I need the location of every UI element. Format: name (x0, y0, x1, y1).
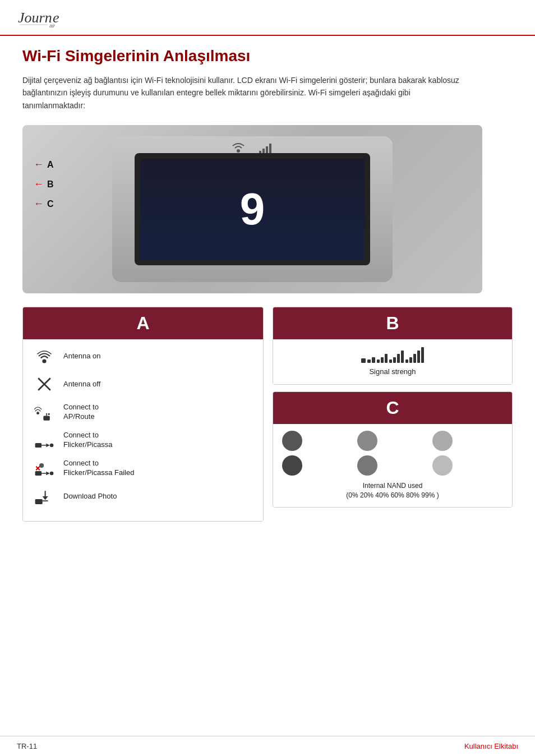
nand-label: Internal NAND used (363, 482, 423, 490)
device-screen: 9 (135, 153, 370, 265)
bar-5-2 (409, 357, 412, 363)
signal-group-4 (389, 351, 404, 363)
bar-3-1 (377, 359, 380, 363)
antenna-on-row: Antenna on (32, 346, 254, 366)
logo: Journ e air (17, 6, 62, 30)
circle-5 (357, 455, 377, 476)
arrow-a: ← (34, 159, 44, 170)
panel-b: B (273, 307, 513, 385)
panel-c-header: C (273, 392, 512, 424)
signal-label: Signal strengh (369, 367, 416, 377)
arrow-c: ← (34, 198, 44, 210)
panel-c: C Internal NAND used (0% 20% 40% 60% 80%… (273, 391, 513, 508)
panel-a: A Antenna on (22, 307, 264, 522)
antenna-off-icon-cell (32, 374, 57, 394)
circle-6 (432, 455, 453, 476)
svg-marker-22 (46, 472, 50, 476)
footer-page-num: TR-11 (17, 742, 37, 750)
svg-point-9 (42, 359, 46, 363)
logo-text: Journ e air (17, 17, 62, 31)
bar-4-3 (397, 354, 400, 363)
nand-sub: (0% 20% 40% 60% 80% 99% ) (346, 491, 439, 499)
svg-text:air: air (49, 23, 56, 28)
page-title: Wi-Fi Simgelerinin Anlaşılması (22, 47, 513, 65)
connect-flickr-icon-cell (32, 430, 57, 450)
label-c: ← C (34, 198, 54, 210)
arrow-b: ← (34, 178, 44, 190)
connect-flickr-icon (34, 430, 54, 450)
label-b: ← B (34, 178, 54, 190)
svg-rect-20 (35, 471, 41, 476)
signal-group-2 (367, 357, 375, 363)
bar-5-5 (421, 347, 424, 363)
signal-top-icon (258, 141, 275, 154)
panel-a-body: Antenna on Antenna off (23, 339, 263, 521)
connect-flickr-fail-icon (34, 458, 54, 478)
svg-point-23 (50, 472, 54, 476)
connect-flickr-fail-icon-cell (32, 458, 57, 478)
circle-2 (357, 431, 377, 451)
page-header: Journ e air (0, 0, 535, 36)
download-photo-icon (34, 486, 54, 506)
svg-point-19 (50, 444, 54, 448)
svg-point-15 (48, 413, 50, 415)
svg-marker-18 (46, 444, 50, 448)
footer-manual-label: Kullanıcı Elkitabı (464, 742, 518, 750)
bar-5-3 (413, 354, 416, 363)
bar-3-3 (385, 354, 388, 363)
device-image: ← A ← B ← C (22, 125, 482, 293)
connect-ap-icon (34, 402, 54, 422)
bar-2-2 (372, 357, 375, 363)
screen-digit: 9 (240, 183, 265, 235)
svg-rect-13 (43, 416, 49, 421)
main-content: Wi-Fi Simgelerinin Anlaşılması Dijital ç… (0, 36, 535, 544)
page-footer: TR-11 Kullanıcı Elkitabı (0, 736, 535, 756)
top-icons (230, 141, 275, 154)
page-description: Dijital çerçeveniz ağ bağlantısı için Wi… (22, 74, 471, 112)
connect-flickr-fail-row: Connect toFlicker/Picassa Failed (32, 458, 254, 478)
connect-ap-label: Connect toAP/Route (63, 403, 99, 422)
panel-b-body: Signal strengh (273, 339, 512, 384)
download-photo-row: Download Photo (32, 486, 254, 506)
svg-rect-7 (266, 146, 268, 153)
panel-c-body: Internal NAND used (0% 20% 40% 60% 80% 9… (273, 424, 512, 507)
antenna-on-label: Antenna on (63, 352, 101, 361)
panel-b-header: B (273, 307, 512, 339)
bar-5-4 (417, 351, 420, 363)
connect-flickr-row: Connect toFlicker/Picassa (32, 430, 254, 450)
download-photo-icon-cell (32, 486, 57, 506)
svg-rect-6 (262, 149, 265, 153)
signal-group-3 (377, 354, 388, 363)
panel-a-header: A (23, 307, 263, 339)
svg-rect-8 (269, 144, 271, 153)
signal-group-5 (405, 347, 424, 363)
download-photo-label: Download Photo (63, 492, 117, 501)
screen-inner: 9 (140, 159, 365, 260)
signal-bars (361, 347, 424, 363)
abc-labels: ← A ← B ← C (34, 159, 54, 210)
bar-4-1 (389, 359, 392, 363)
antenna-off-label: Antenna off (63, 380, 100, 389)
connect-ap-icon-cell (32, 402, 57, 422)
antenna-off-row: Antenna off (32, 374, 254, 394)
bar-3-2 (381, 357, 384, 363)
svg-rect-16 (35, 443, 41, 448)
bar-4-2 (393, 357, 396, 363)
svg-rect-27 (35, 499, 43, 504)
device-mockup: 9 (112, 136, 393, 282)
svg-point-26 (39, 463, 44, 468)
svg-text:Journ: Journ (18, 10, 52, 26)
panels-row: A Antenna on (22, 307, 513, 522)
bar-5-1 (405, 359, 408, 363)
circle-3 (432, 431, 453, 451)
nand-text: Internal NAND used (0% 20% 40% 60% 80% 9… (282, 481, 503, 500)
connect-flickr-fail-label: Connect toFlicker/Picassa Failed (63, 459, 134, 478)
circle-1 (282, 431, 302, 451)
label-a: ← A (34, 159, 54, 170)
svg-point-12 (36, 412, 39, 414)
wifi-top-icon (230, 141, 247, 154)
circles-grid (282, 431, 503, 476)
bar-2-1 (367, 359, 371, 363)
svg-rect-5 (259, 151, 261, 153)
connect-ap-row: Connect toAP/Route (32, 402, 254, 422)
